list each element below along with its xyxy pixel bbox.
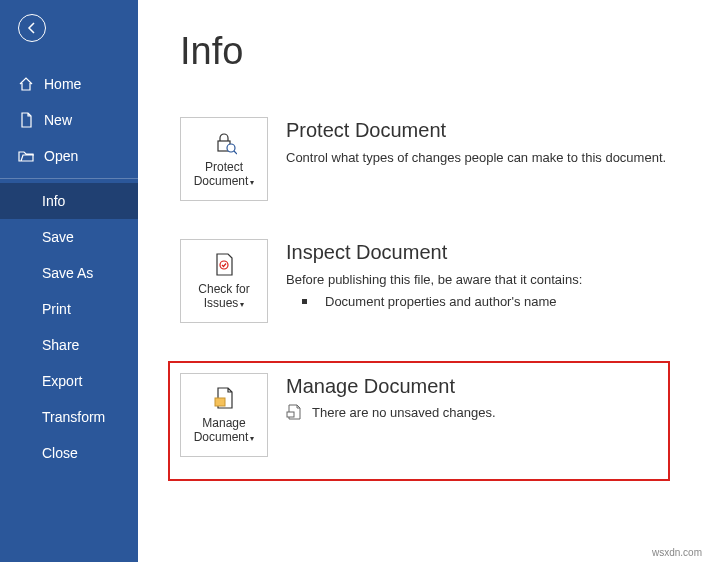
sidebar-item-new[interactable]: New <box>0 102 138 138</box>
sidebar-item-label: New <box>44 112 72 128</box>
sidebar-item-print[interactable]: Print <box>0 291 138 327</box>
sidebar-item-open[interactable]: Open <box>0 138 138 174</box>
tile-label: Manage Document▾ <box>183 416 265 445</box>
document-icon <box>211 386 237 412</box>
sidebar-item-label: Open <box>44 148 78 164</box>
sidebar-item-label: Transform <box>42 409 105 425</box>
back-arrow-icon <box>25 21 39 35</box>
lock-icon <box>211 130 237 156</box>
protect-body: Protect Document Control what types of c… <box>286 117 670 168</box>
sidebar-item-transform[interactable]: Transform <box>0 399 138 435</box>
page-title: Info <box>180 30 670 73</box>
bullet-icon <box>302 299 307 304</box>
sidebar-divider <box>0 178 138 179</box>
sidebar-item-label: Print <box>42 301 71 317</box>
file-icon <box>18 112 34 128</box>
list-item-text: Document properties and author's name <box>325 294 557 309</box>
manage-section-highlight: Manage Document▾ Manage Document There a… <box>168 361 670 481</box>
checklist-icon <box>211 252 237 278</box>
manage-document-button[interactable]: Manage Document▾ <box>180 373 268 457</box>
check-issues-button[interactable]: Check for Issues▾ <box>180 239 268 323</box>
folder-icon <box>18 148 34 164</box>
sidebar-item-label: Close <box>42 445 78 461</box>
unsaved-doc-icon <box>286 404 302 420</box>
sidebar: Home New Open Info Save Save As Print Sh… <box>0 0 138 562</box>
sidebar-item-label: Export <box>42 373 82 389</box>
home-icon <box>18 76 34 92</box>
manage-title: Manage Document <box>286 375 658 398</box>
tile-label: Check for Issues▾ <box>183 282 265 311</box>
chevron-down-icon: ▾ <box>250 434 254 443</box>
chevron-down-icon: ▾ <box>250 178 254 187</box>
sidebar-item-label: Save As <box>42 265 93 281</box>
sidebar-item-save[interactable]: Save <box>0 219 138 255</box>
sidebar-item-export[interactable]: Export <box>0 363 138 399</box>
main-content: Info Protect Document▾ Protect Document … <box>138 0 712 562</box>
back-button[interactable] <box>18 14 46 42</box>
sidebar-item-label: Share <box>42 337 79 353</box>
sidebar-item-label: Info <box>42 193 65 209</box>
protect-title: Protect Document <box>286 119 670 142</box>
manage-body: Manage Document There are no unsaved cha… <box>286 373 658 420</box>
protect-document-button[interactable]: Protect Document▾ <box>180 117 268 201</box>
inspect-list: Document properties and author's name <box>286 294 670 309</box>
tile-label: Protect Document▾ <box>183 160 265 189</box>
sidebar-item-saveas[interactable]: Save As <box>0 255 138 291</box>
sidebar-item-label: Home <box>44 76 81 92</box>
sidebar-secondary: Info Save Save As Print Share Export Tra… <box>0 183 138 471</box>
watermark: wsxdn.com <box>652 547 702 558</box>
sidebar-item-info[interactable]: Info <box>0 183 138 219</box>
inspect-section: Check for Issues▾ Inspect Document Befor… <box>180 239 670 323</box>
svg-line-2 <box>234 151 237 154</box>
list-item: Document properties and author's name <box>286 294 670 309</box>
protect-desc: Control what types of changes people can… <box>286 148 670 168</box>
svg-rect-4 <box>215 398 225 406</box>
sidebar-item-close[interactable]: Close <box>0 435 138 471</box>
manage-status-row: There are no unsaved changes. <box>286 404 658 420</box>
svg-point-1 <box>227 144 235 152</box>
inspect-body: Inspect Document Before publishing this … <box>286 239 670 309</box>
svg-rect-5 <box>287 412 294 417</box>
chevron-down-icon: ▾ <box>240 300 244 309</box>
sidebar-item-home[interactable]: Home <box>0 66 138 102</box>
protect-section: Protect Document▾ Protect Document Contr… <box>180 117 670 201</box>
sidebar-item-label: Save <box>42 229 74 245</box>
inspect-title: Inspect Document <box>286 241 670 264</box>
manage-status-text: There are no unsaved changes. <box>312 405 496 420</box>
sidebar-item-share[interactable]: Share <box>0 327 138 363</box>
inspect-desc: Before publishing this file, be aware th… <box>286 270 670 290</box>
